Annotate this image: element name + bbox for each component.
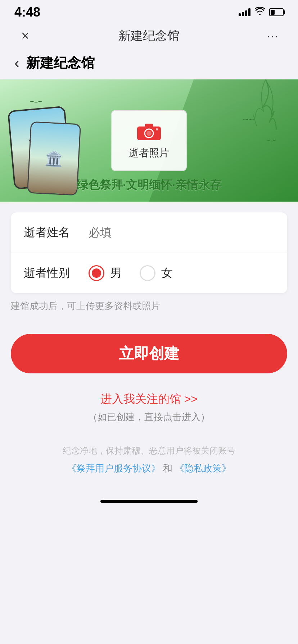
footer-and: 和 xyxy=(163,463,172,474)
home-indicator xyxy=(100,500,198,503)
wifi-icon xyxy=(255,7,265,17)
privacy-policy-link[interactable]: 《隐私政策》 xyxy=(175,463,231,474)
photo-upload-label: 逝者照片 xyxy=(129,146,169,160)
page-title: 新建纪念馆 xyxy=(26,54,95,72)
service-agreement-link[interactable]: 《祭拜用户服务协议》 xyxy=(67,463,161,474)
gender-male-option[interactable]: 男 xyxy=(89,265,122,281)
gender-row: 逝者性别 男 女 xyxy=(11,253,287,293)
name-row: 逝者姓名 xyxy=(11,212,287,253)
camera-icon xyxy=(136,121,162,141)
create-button[interactable]: 立即创建 xyxy=(11,334,287,373)
gender-female-option[interactable]: 女 xyxy=(140,265,173,281)
gender-male-label: 男 xyxy=(110,265,122,281)
bird-icon-1 xyxy=(29,97,43,109)
nav-title-top: 新建纪念馆 xyxy=(118,28,180,44)
svg-point-4 xyxy=(156,128,158,130)
banner: ⛩️ 🏛️ 逝者照片 绿色祭拜·文明缅怀·亲情永存 xyxy=(0,79,298,202)
status-bar: 4:48 xyxy=(0,0,298,22)
form-card: 逝者姓名 逝者性别 男 女 xyxy=(11,212,287,293)
status-icons xyxy=(239,7,284,17)
nav-bar-top: × 新建纪念馆 ··· xyxy=(0,22,298,50)
form-hint: 建馆成功后，可上传更多资料或照片 xyxy=(11,300,287,312)
status-time: 4:48 xyxy=(14,5,40,20)
link-hint: （如已创建，直接点击进入） xyxy=(88,411,210,422)
signal-icon xyxy=(239,8,250,16)
banner-tagline: 绿色祭拜·文明缅怀·亲情永存 xyxy=(0,177,298,193)
gender-male-radio[interactable] xyxy=(89,265,104,281)
back-button[interactable]: ‹ xyxy=(14,55,19,71)
name-input[interactable] xyxy=(89,226,274,239)
link-section: 进入我关注的馆 >> （如已创建，直接点击进入） xyxy=(0,391,298,423)
svg-point-2 xyxy=(146,131,152,136)
gender-radio-group: 男 女 xyxy=(89,265,274,281)
bird-icon-3 xyxy=(243,115,255,125)
bird-icon-4 xyxy=(266,137,276,146)
name-label: 逝者姓名 xyxy=(24,225,89,240)
gender-label: 逝者性别 xyxy=(24,265,89,281)
battery-icon xyxy=(269,8,284,16)
nav-bar-secondary: ‹ 新建纪念馆 xyxy=(0,50,298,79)
footer-warning: 纪念净地，保持肃穆、恶意用户将被关闭账号 xyxy=(14,445,284,456)
more-button[interactable]: ··· xyxy=(262,29,284,43)
photo-upload-box[interactable]: 逝者照片 xyxy=(111,110,187,171)
gender-female-radio[interactable] xyxy=(140,265,155,281)
gender-female-label: 女 xyxy=(161,265,173,281)
my-hall-link[interactable]: 进入我关注的馆 >> xyxy=(0,391,298,407)
close-button[interactable]: × xyxy=(14,28,36,43)
footer-links: 《祭拜用户服务协议》 和 《隐私政策》 xyxy=(14,462,284,475)
svg-rect-3 xyxy=(145,124,153,127)
footer: 纪念净地，保持肃穆、恶意用户将被关闭账号 《祭拜用户服务协议》 和 《隐私政策》 xyxy=(0,445,298,489)
